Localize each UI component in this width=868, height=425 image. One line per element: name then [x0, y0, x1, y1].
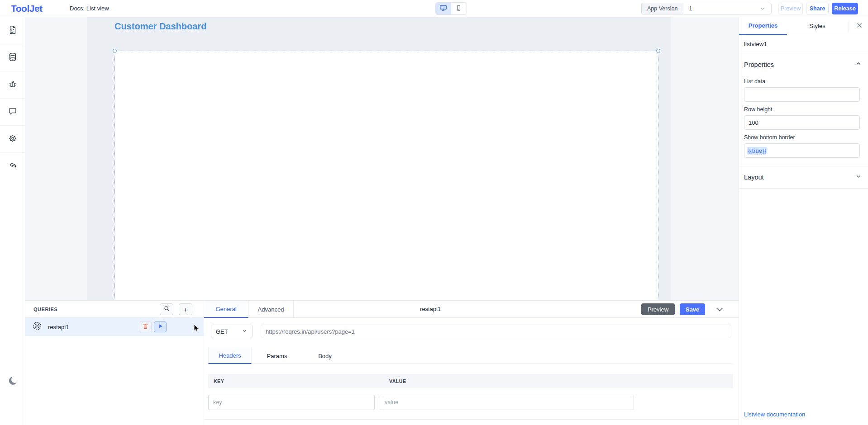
- query-editor-tabbar: General Advanced restapi1 Preview Save: [204, 301, 739, 318]
- subtab-params[interactable]: Params: [252, 348, 302, 364]
- desktop-icon: [439, 4, 448, 14]
- sidebar-item-datasources[interactable]: [0, 44, 25, 71]
- moon-icon: [7, 375, 18, 388]
- sidebar-item-debugger[interactable]: [0, 71, 25, 99]
- query-list-header: QUERIES +: [25, 301, 204, 318]
- app-name-label[interactable]: Docs: List view: [70, 5, 109, 12]
- sidebar-item-settings[interactable]: [0, 126, 25, 153]
- code-value: {{true}}: [747, 147, 767, 155]
- headers-table-header: KEY VALUE: [208, 374, 733, 388]
- subtab-body[interactable]: Body: [302, 348, 348, 364]
- http-method-value: GET: [216, 328, 228, 335]
- delete-query-button[interactable]: [139, 321, 152, 332]
- text-widget-customer-dashboard[interactable]: Customer Dashboard: [114, 21, 206, 32]
- properties-section-title: Properties: [744, 61, 774, 68]
- release-button[interactable]: Release: [832, 3, 858, 14]
- app-canvas[interactable]: Customer Dashboard: [87, 17, 671, 300]
- pages-icon: [8, 25, 18, 37]
- value-column-header: VALUE: [389, 378, 406, 384]
- row-height-input[interactable]: [744, 115, 860, 130]
- listview-widget-selected[interactable]: [114, 51, 658, 300]
- app-version-select[interactable]: 1: [683, 3, 772, 14]
- chevron-down-icon: [242, 328, 248, 335]
- comment-icon: [8, 106, 18, 118]
- inspector-tabbar: Properties Styles: [739, 17, 868, 35]
- database-icon: [8, 52, 18, 64]
- http-method-select[interactable]: GET: [211, 325, 253, 338]
- sidebar-item-comments[interactable]: [0, 99, 25, 126]
- show-bottom-border-label: Show bottom border: [744, 134, 868, 141]
- tab-general[interactable]: General: [204, 301, 248, 318]
- desktop-mode-button[interactable]: [435, 3, 451, 14]
- query-panel: QUERIES + API restapi1: [25, 300, 739, 425]
- query-save-button[interactable]: Save: [680, 303, 705, 315]
- widget-inspector-panel: Properties Styles listview1 Properties L…: [739, 17, 868, 425]
- resize-handle-top-right[interactable]: [656, 49, 660, 53]
- app-version-group: App Version 1: [641, 3, 772, 14]
- request-url-input[interactable]: [261, 325, 731, 338]
- layout-section-title: Layout: [744, 174, 764, 181]
- preview-button[interactable]: Preview: [778, 3, 803, 14]
- dark-mode-toggle[interactable]: [0, 375, 25, 388]
- selected-widget-name: listview1: [744, 41, 767, 47]
- query-list-panel: QUERIES + API restapi1: [25, 301, 204, 425]
- divider: [849, 21, 849, 32]
- back-arrow-icon: [8, 161, 18, 172]
- chevron-down-icon: [855, 173, 862, 182]
- run-query-button[interactable]: [154, 321, 167, 332]
- app-version-label: App Version: [641, 3, 683, 14]
- list-data-input[interactable]: [744, 87, 860, 102]
- add-query-button[interactable]: +: [179, 303, 192, 315]
- app-version-value: 1: [689, 5, 692, 12]
- chevron-up-icon: [855, 60, 862, 69]
- mobile-icon: [455, 4, 463, 14]
- search-icon: [163, 305, 170, 313]
- share-button[interactable]: Share: [806, 3, 829, 14]
- mobile-mode-button[interactable]: [451, 3, 467, 14]
- query-name-label: restapi1: [48, 324, 69, 331]
- header-value-input[interactable]: [380, 395, 634, 410]
- tooljet-logo[interactable]: ToolJet: [11, 3, 43, 14]
- rest-api-query-icon: API: [32, 321, 43, 333]
- canvas-background: Customer Dashboard: [25, 17, 739, 300]
- resize-handle-top-left[interactable]: [113, 49, 117, 53]
- bug-icon: [8, 79, 18, 91]
- sidebar-item-pages[interactable]: [0, 17, 25, 44]
- properties-section-header[interactable]: Properties: [739, 53, 868, 74]
- layout-section-header[interactable]: Layout: [739, 166, 868, 189]
- show-bottom-border-input[interactable]: {{true}}: [744, 143, 860, 158]
- query-search-button[interactable]: [160, 303, 173, 315]
- gear-icon: [8, 133, 18, 145]
- tab-properties[interactable]: Properties: [739, 17, 787, 35]
- editor-divider: [204, 419, 739, 420]
- svg-text:API: API: [35, 325, 38, 327]
- chevron-down-icon: [759, 5, 766, 12]
- tooljet-app-builder: ToolJet Docs: List view App Version 1: [0, 0, 868, 425]
- trash-icon: [142, 323, 149, 331]
- list-data-label: List data: [744, 78, 868, 85]
- queries-title: QUERIES: [33, 307, 57, 312]
- sidebar-item-leave-editor[interactable]: [0, 153, 25, 180]
- key-column-header: KEY: [214, 378, 224, 384]
- left-sidebar: [0, 17, 25, 425]
- request-subtabs: Headers Params Body: [208, 348, 733, 364]
- query-editor-name: restapi1: [420, 306, 441, 312]
- query-editor: General Advanced restapi1 Preview Save G…: [204, 301, 739, 425]
- header-key-input[interactable]: [208, 395, 375, 410]
- row-height-label: Row height: [744, 106, 868, 113]
- subtab-headers[interactable]: Headers: [208, 348, 252, 364]
- collapse-query-panel-icon[interactable]: [715, 304, 725, 316]
- query-preview-button[interactable]: Preview: [641, 303, 675, 315]
- query-list-item[interactable]: API restapi1: [25, 318, 204, 336]
- tab-styles[interactable]: Styles: [787, 17, 848, 35]
- close-icon[interactable]: [855, 21, 863, 31]
- play-icon: [157, 323, 163, 331]
- tab-advanced[interactable]: Advanced: [248, 301, 294, 318]
- device-mode-toggle: [435, 2, 467, 15]
- selected-widget-name-row[interactable]: listview1: [739, 35, 868, 53]
- plus-icon: +: [184, 306, 188, 313]
- listview-documentation-link[interactable]: Listview documentation: [744, 411, 805, 418]
- top-header: ToolJet Docs: List view App Version 1: [0, 0, 868, 17]
